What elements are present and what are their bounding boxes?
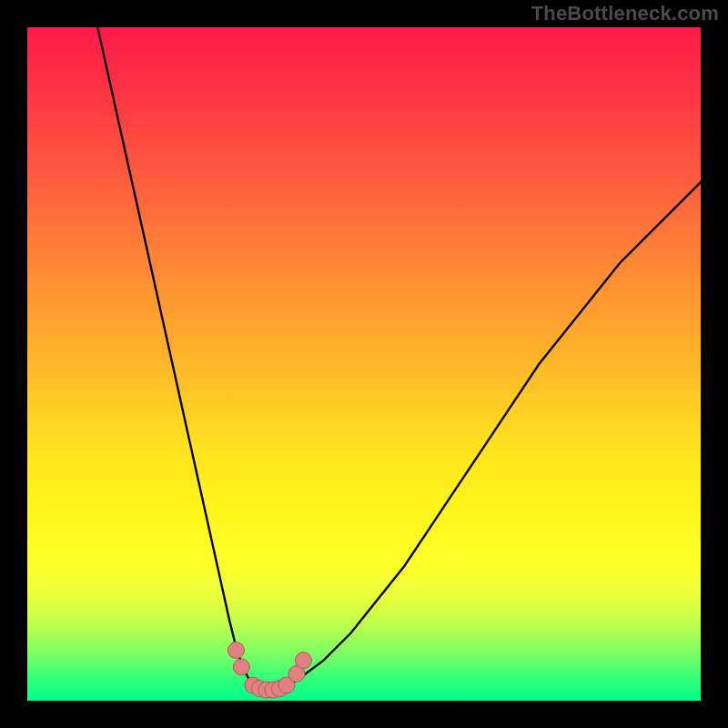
trough-marker — [233, 659, 249, 675]
trough-markers — [228, 642, 311, 699]
plot-svg — [27, 27, 701, 701]
chart-frame: TheBottleneck.com — [0, 0, 728, 728]
plot-area — [27, 27, 701, 701]
watermark-text: TheBottleneck.com — [531, 2, 719, 25]
curve-left — [95, 27, 257, 687]
trough-marker — [228, 642, 244, 659]
curve-layer — [95, 27, 701, 690]
curve-right — [283, 182, 701, 687]
trough-marker — [295, 652, 311, 669]
